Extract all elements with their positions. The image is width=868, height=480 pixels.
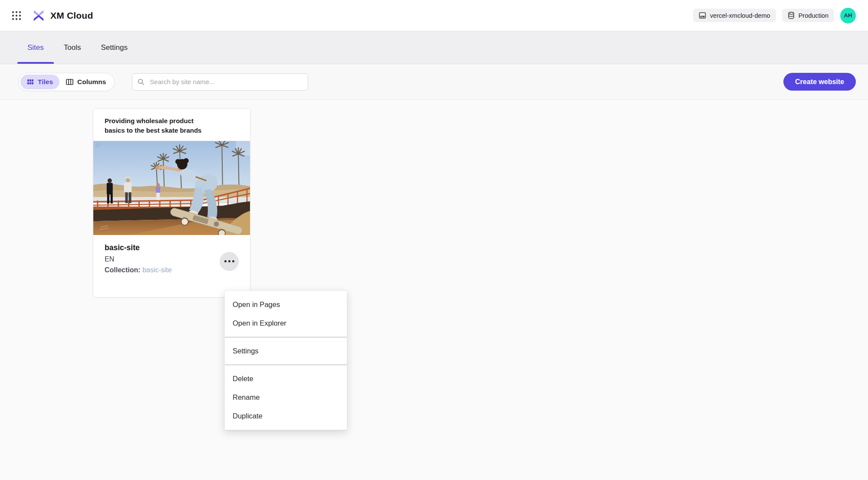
tab-settings-label: Settings bbox=[101, 43, 127, 52]
columns-icon bbox=[66, 78, 73, 85]
brand: XM Cloud bbox=[32, 9, 93, 22]
menu-item-duplicate[interactable]: Duplicate bbox=[225, 407, 347, 425]
menu-item-rename[interactable]: Rename bbox=[225, 388, 347, 407]
search-icon bbox=[138, 78, 145, 85]
environment-badge-label: Production bbox=[799, 12, 829, 19]
menu-item-settings[interactable]: Settings bbox=[225, 342, 347, 360]
view-toggle-columns[interactable]: Columns bbox=[59, 75, 112, 89]
site-search bbox=[132, 73, 308, 91]
collection-label: Collection: bbox=[105, 266, 141, 274]
create-website-label: Create website bbox=[795, 78, 844, 85]
menu-item-delete[interactable]: Delete bbox=[225, 369, 347, 388]
tiles-grid-icon bbox=[27, 78, 34, 85]
view-toggle: Tiles Columns bbox=[18, 73, 115, 91]
project-icon bbox=[699, 12, 706, 19]
tab-sites-label: Sites bbox=[27, 43, 44, 52]
site-card-basic-site[interactable]: Providing wholesale product basics to th… bbox=[93, 108, 250, 297]
menu-group-open: Open in Pages Open in Explorer bbox=[225, 291, 347, 337]
menu-group-settings: Settings bbox=[225, 337, 347, 365]
tab-tools-label: Tools bbox=[64, 43, 81, 52]
top-header: XM Cloud vercel-xmcloud-demo Production bbox=[0, 0, 868, 31]
site-collection: Collection: basic-site bbox=[105, 266, 239, 274]
site-context-menu: Open in Pages Open in Explorer Settings … bbox=[224, 291, 347, 430]
menu-item-open-in-pages[interactable]: Open in Pages bbox=[225, 295, 347, 314]
site-card-menu-button[interactable] bbox=[220, 252, 239, 271]
project-badge-label: vercel-xmcloud-demo bbox=[710, 12, 770, 19]
avatar-initials: AH bbox=[844, 12, 852, 19]
environment-badge[interactable]: Production bbox=[782, 9, 834, 22]
site-language: EN bbox=[105, 255, 239, 263]
site-description-line-1: Providing wholesale product bbox=[105, 116, 239, 126]
ellipsis-icon bbox=[224, 260, 227, 262]
menu-item-open-in-explorer[interactable]: Open in Explorer bbox=[225, 314, 347, 333]
site-thumbnail-image bbox=[93, 141, 250, 235]
view-toggle-columns-label: Columns bbox=[77, 78, 106, 86]
project-badge[interactable]: vercel-xmcloud-demo bbox=[693, 9, 776, 22]
tab-tools[interactable]: Tools bbox=[54, 31, 91, 64]
site-description: Providing wholesale product basics to th… bbox=[93, 109, 250, 141]
xm-cloud-logo-icon bbox=[32, 9, 45, 22]
main-nav-tabs: Sites Tools Settings bbox=[0, 31, 868, 64]
site-card-info: basic-site EN Collection: basic-site bbox=[93, 235, 250, 282]
user-avatar[interactable]: AH bbox=[840, 8, 856, 23]
header-right-group: vercel-xmcloud-demo Production AH bbox=[693, 8, 856, 23]
search-input[interactable] bbox=[132, 73, 308, 91]
sites-toolbar: Tiles Columns Create website bbox=[0, 64, 868, 100]
create-website-button[interactable]: Create website bbox=[783, 73, 856, 91]
site-name: basic-site bbox=[105, 243, 239, 252]
view-toggle-tiles[interactable]: Tiles bbox=[20, 75, 59, 89]
app-title: XM Cloud bbox=[50, 10, 93, 21]
tab-sites[interactable]: Sites bbox=[17, 31, 54, 64]
collection-link[interactable]: basic-site bbox=[142, 266, 172, 274]
database-icon bbox=[788, 12, 795, 19]
tab-settings[interactable]: Settings bbox=[91, 31, 137, 64]
menu-group-manage: Delete Rename Duplicate bbox=[225, 365, 347, 430]
xm-cloud-sites-page: XM Cloud vercel-xmcloud-demo Production bbox=[0, 0, 868, 480]
app-launcher-button[interactable] bbox=[7, 6, 26, 25]
apps-grid-icon bbox=[12, 11, 21, 20]
view-toggle-tiles-label: Tiles bbox=[38, 78, 53, 86]
site-description-line-2: basics to the best skate brands bbox=[105, 126, 239, 135]
